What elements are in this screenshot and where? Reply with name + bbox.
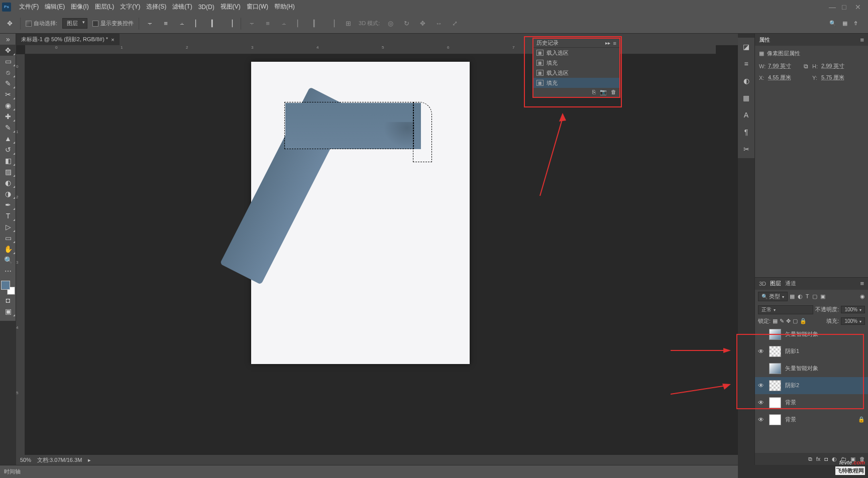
healing-tool[interactable]: ✚ — [0, 111, 16, 122]
layer-row[interactable]: 矢量智能对象 — [755, 326, 868, 343]
layer-filter-dropdown[interactable]: 🔍 类型 — [758, 292, 788, 301]
filter-adjustment-icon[interactable]: ◐ — [798, 293, 803, 300]
menu-view[interactable]: 视图(V) — [218, 3, 244, 11]
visibility-toggle[interactable]: 👁 — [758, 399, 765, 406]
lock-all-icon[interactable]: 🔒 — [800, 318, 807, 324]
blend-mode-dropdown[interactable]: 正常 — [758, 305, 813, 314]
layer-name[interactable]: 背景 — [785, 416, 796, 423]
menu-3d[interactable]: 3D(D) — [195, 4, 218, 11]
move-tool-icon[interactable]: ✥ — [4, 18, 15, 29]
tab-layers[interactable]: 图层 — [770, 280, 781, 287]
menu-type[interactable]: 文字(Y) — [117, 3, 143, 11]
properties-tab[interactable]: 属性 — [759, 36, 770, 44]
shape-tool[interactable]: ▭ — [0, 232, 16, 244]
visibility-toggle[interactable]: 👁 — [758, 348, 765, 355]
panel-menu-icon[interactable]: ≡ — [613, 40, 616, 46]
layer-thumbnail[interactable] — [769, 329, 781, 340]
layer-thumbnail[interactable] — [769, 380, 781, 391]
layer-mask-icon[interactable]: ◘ — [824, 456, 828, 462]
styles-panel-icon[interactable]: ▦ — [738, 92, 754, 104]
menu-edit[interactable]: 编辑(E) — [42, 3, 68, 11]
history-item[interactable]: ▦载入选区 — [533, 48, 619, 58]
layer-thumbnail[interactable] — [769, 414, 781, 425]
history-item[interactable]: ▦填充 — [533, 58, 619, 68]
timeline-label[interactable]: 时间轴 — [4, 468, 21, 475]
brush-tool[interactable]: ✎ — [0, 122, 16, 133]
fill-field[interactable]: 100% — [841, 317, 865, 325]
blur-tool[interactable]: ◐ — [0, 177, 16, 188]
screen-mode-icon[interactable]: ▣ — [0, 306, 16, 317]
swatches-panel-icon[interactable]: ≡ — [738, 58, 754, 70]
layer-thumbnail[interactable] — [769, 363, 781, 374]
opacity-field[interactable]: 100% — [841, 306, 865, 313]
history-panel-title[interactable]: 历史记录 ▸▸ ≡ — [533, 39, 619, 48]
link-layers-icon[interactable]: ⧉ — [808, 456, 812, 462]
layer-row[interactable]: 👁 背景 🔒 — [755, 411, 868, 428]
stamp-tool[interactable]: ▲ — [0, 133, 16, 144]
x-field[interactable]: 4.55 厘米 — [768, 74, 799, 81]
gradient-tool[interactable]: ▨ — [0, 166, 16, 177]
layer-row[interactable]: 👁 阴影2 — [755, 377, 868, 394]
menu-layer[interactable]: 图层(L) — [92, 3, 118, 11]
info-flyout-icon[interactable]: ▸ — [88, 457, 91, 463]
link-wh-icon[interactable]: ⧉ — [801, 63, 810, 70]
y-field[interactable]: 5.75 厘米 — [821, 74, 852, 81]
document-tab[interactable]: 未标题-1 @ 50% (阴影2, RGB/8#) * × — [16, 34, 120, 45]
layer-row[interactable]: 👁 阴影1 — [755, 343, 868, 360]
pen-tool[interactable]: ✒ — [0, 199, 16, 210]
lock-artboard-icon[interactable]: ▢ — [793, 318, 798, 324]
visibility-toggle[interactable]: 👁 — [758, 416, 765, 423]
tab-channels[interactable]: 通道 — [785, 280, 796, 287]
collapse-toolbox-icon[interactable]: » — [0, 34, 16, 45]
align-hcenter-icon[interactable]: ▎ — [208, 18, 220, 29]
filter-pixel-icon[interactable]: ▦ — [790, 293, 795, 300]
lock-position-icon[interactable]: ✥ — [786, 318, 791, 324]
layer-name[interactable]: 矢量智能对象 — [785, 330, 818, 338]
menu-file[interactable]: 文件(F) — [16, 3, 42, 11]
paragraph-panel-icon[interactable]: ¶ — [738, 126, 754, 138]
share-icon[interactable]: ⇮ — [853, 20, 858, 27]
adjustments-panel-icon[interactable]: ◐ — [738, 75, 754, 87]
dodge-tool[interactable]: ◑ — [0, 188, 16, 199]
filter-type-icon[interactable]: T — [806, 293, 809, 300]
crop-tool[interactable]: ✂ — [0, 89, 16, 100]
collapse-panel-icon[interactable]: ▸▸ — [605, 40, 610, 46]
menu-help[interactable]: 帮助(H) — [271, 3, 298, 11]
align-top-icon[interactable]: ⫟ — [144, 18, 155, 29]
layer-name[interactable]: 背景 — [785, 399, 796, 406]
foreground-color-swatch[interactable] — [1, 281, 10, 290]
menu-image[interactable]: 图像(I) — [68, 3, 91, 11]
height-field[interactable]: 2.99 英寸 — [821, 62, 852, 70]
eyedropper-tool[interactable]: ◉ — [0, 100, 16, 111]
align-left-icon[interactable]: ▏ — [192, 18, 203, 29]
menu-filter[interactable]: 滤镜(T) — [169, 3, 195, 11]
lock-pixels-icon[interactable]: ✎ — [780, 318, 784, 324]
panel-menu-icon[interactable]: ≡ — [860, 36, 864, 44]
canvas[interactable] — [251, 62, 470, 364]
minimize-icon[interactable]: — — [829, 3, 835, 11]
layer-row[interactable]: 矢量智能对象 — [755, 360, 868, 377]
eraser-tool[interactable]: ◧ — [0, 155, 16, 166]
move-tool[interactable]: ✥ — [0, 45, 16, 56]
history-item[interactable]: ▦填充 — [533, 78, 619, 88]
history-item[interactable]: ▦载入选区 — [533, 68, 619, 78]
zoom-tool[interactable]: 🔍 — [0, 255, 16, 266]
search-icon[interactable]: 🔍 — [829, 20, 836, 27]
delete-state-icon[interactable]: 🗑 — [611, 89, 616, 96]
filter-smart-icon[interactable]: ▣ — [820, 293, 825, 300]
arrange-docs-icon[interactable]: ▦ — [842, 20, 847, 27]
layer-thumbnail[interactable] — [769, 397, 781, 408]
menu-select[interactable]: 选择(S) — [143, 3, 169, 11]
history-brush-tool[interactable]: ↺ — [0, 144, 16, 155]
type-tool[interactable]: T — [0, 210, 16, 221]
visibility-toggle[interactable]: 👁 — [758, 382, 765, 389]
width-field[interactable]: 7.99 英寸 — [768, 62, 799, 70]
auto-select-dropdown[interactable]: 图层 — [62, 18, 87, 29]
align-bottom-icon[interactable]: ⫠ — [176, 18, 187, 29]
quick-select-tool[interactable]: ✎ — [0, 78, 16, 89]
layer-style-icon[interactable]: fx — [816, 456, 821, 462]
align-right-icon[interactable]: ▕ — [225, 18, 236, 29]
zoom-level[interactable]: 50% — [20, 457, 31, 463]
marquee-tool[interactable]: ▭ — [0, 56, 16, 67]
lasso-tool[interactable]: ⍉ — [0, 67, 16, 78]
